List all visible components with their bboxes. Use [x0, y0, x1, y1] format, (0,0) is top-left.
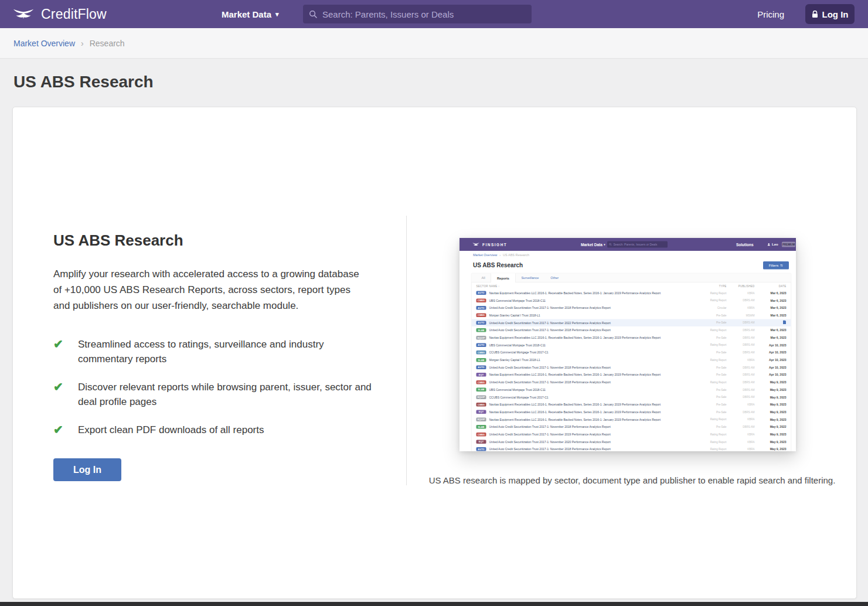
sector-badge: AUTO — [476, 291, 486, 295]
preview-page-title: US ABS Research — [473, 262, 523, 269]
report-name: United Auto Credit Securitization Trust … — [489, 306, 694, 309]
breadcrumb-current: Research — [90, 39, 125, 48]
preview-top-bar: FINSIGHT Market Data ▾ Search: Parents, … — [459, 238, 796, 251]
report-name: United Auto Credit Securitization Trust … — [489, 380, 694, 384]
report-type: Rating Report — [694, 329, 727, 332]
preview-tab: Surveillance — [515, 274, 544, 282]
document-icon — [783, 321, 787, 325]
nav-market-data[interactable]: Market Data ▾ — [222, 0, 279, 28]
report-name: Navitas Equipment Receivables LLC 2016-1… — [489, 336, 694, 339]
report-publisher: DBRS AM — [727, 299, 755, 302]
feature-text: Discover relevant reports while browsing… — [78, 380, 373, 409]
report-row: EQUIP Navitas Equipment Receivables LLC … — [472, 416, 791, 423]
report-date: Mar 6, 2023 — [755, 306, 787, 309]
page-title: US ABS Research — [13, 73, 154, 91]
pricing-link[interactable]: Pricing — [757, 0, 784, 28]
report-row: EQUIP CCUBS Commercial Mortgage Trust 20… — [472, 393, 791, 401]
preview-tabs: AllReportsSurveillanceOther — [472, 274, 791, 283]
report-type: Pre-Sale — [694, 351, 727, 354]
preview-tab: Other — [544, 274, 564, 282]
report-name: CCUBS Commercial Mortgage Trust 2017-C1 — [489, 351, 694, 355]
report-type: Rating Report — [694, 433, 727, 436]
screenshot-caption: US ABS research is mapped by sector, doc… — [407, 475, 857, 485]
report-publisher: DBRS AM — [727, 425, 755, 428]
report-type: Pre-Sale — [694, 366, 727, 369]
report-row: EQT Navitas Equipment Receivables LLC 20… — [472, 371, 791, 379]
report-type: Rating Report — [694, 299, 727, 302]
report-publisher: DBRS AM — [727, 343, 755, 346]
report-row: CMBS Navitas Equipment Receivables LLC 2… — [472, 401, 791, 408]
sector-badge: EQUIP — [476, 336, 486, 340]
sort-arrow-icon: ↑ — [498, 284, 500, 287]
report-date: May 9, 2023 — [755, 388, 787, 391]
report-publisher: KBRA — [727, 359, 755, 362]
report-publisher: KBRA — [727, 291, 755, 294]
brand-name: CreditFlow — [41, 6, 107, 22]
sector-badge: SLAB — [476, 328, 486, 332]
report-publisher: DBRS AM — [727, 381, 755, 384]
sector-badge: AUTO — [476, 343, 486, 347]
report-row: SLAB United Auto Credit Securitization T… — [472, 326, 791, 334]
login-button-cta[interactable]: Log In — [53, 458, 121, 481]
preview-table-header: SECTOR NAME ↑ TYPE PUBLISHED DATE — [472, 282, 791, 290]
filters-icon — [780, 264, 783, 267]
brand[interactable]: CreditFlow — [13, 0, 107, 28]
report-publisher: DBRS AM — [727, 336, 755, 339]
report-name: United Auto Credit Securitization Trust … — [489, 433, 694, 436]
report-publisher: DBRS AM — [727, 351, 755, 354]
report-row: AUTO United Auto Credit Securitization T… — [472, 363, 791, 371]
search-input[interactable]: Search: Parents, Issuers or Deals — [303, 5, 532, 23]
report-date: Apr 10, 2023 — [755, 351, 787, 355]
feature-list: ✔ Streamlined access to ratings, surveil… — [53, 337, 373, 437]
preview-user-badge: PREMIUM — [782, 242, 795, 247]
report-publisher: KBRA — [727, 448, 755, 451]
report-date: Mar 6, 2023 — [755, 336, 787, 339]
report-type: Pre-Sale — [694, 410, 727, 413]
report-date: May 9, 2023 — [755, 440, 787, 444]
report-date: May 9, 2023 — [755, 403, 787, 407]
report-date: May 9, 2023 — [755, 396, 787, 399]
report-type: Pre-Sale — [694, 425, 727, 428]
preview-table-panel: AllReportsSurveillanceOther SECTOR NAME … — [471, 273, 791, 451]
sector-badge: CMBS — [476, 314, 486, 318]
report-type: Pre-Sale — [694, 403, 727, 406]
report-publisher: DBRS AM — [727, 329, 755, 332]
login-button-header[interactable]: Log In — [805, 4, 855, 24]
section-description: Amplify your research with accelerated a… — [53, 266, 370, 314]
report-name: United Auto Credit Securitization Trust … — [489, 321, 694, 325]
report-row: SLAB United Auto Credit Securitization T… — [472, 423, 791, 431]
report-name: UBS Commercial Mortgage Trust 2018-C11 — [489, 388, 694, 391]
feature-text: Export clean PDF downloads of all report… — [78, 423, 373, 437]
preview-search-input: Search: Parents, Issuers or Deals — [607, 241, 668, 248]
report-type: Rating Report — [694, 343, 727, 346]
report-publisher: KBRA — [727, 418, 755, 421]
report-type: Rating Report — [694, 291, 727, 294]
preview-page: FINSIGHT Market Data ▾ Search: Parents, … — [459, 238, 796, 451]
report-type: Pre-Sale — [694, 314, 727, 316]
report-row: EQT United Auto Credit Securitization Tr… — [472, 438, 791, 445]
report-date: Mar 6, 2023 — [755, 329, 787, 332]
report-publisher: DBRS AM — [727, 373, 755, 376]
feature-text: Streamlined access to ratings, surveilla… — [78, 337, 373, 366]
breadcrumb-market-overview[interactable]: Market Overview — [13, 39, 75, 48]
report-publisher: DBRS AM — [727, 321, 755, 324]
feature-item: ✔ Streamlined access to ratings, surveil… — [53, 337, 373, 366]
report-publisher: KBRA — [727, 433, 755, 436]
report-row: AUTO United Auto Credit Securitization T… — [472, 319, 791, 326]
report-publisher: KBRA — [727, 403, 755, 406]
section-heading: US ABS Research — [53, 231, 373, 250]
preview-breadcrumb: Market Overview › US ABS Research — [459, 251, 796, 258]
search-icon — [309, 10, 318, 19]
report-name: UBS Commercial Mortgage Trust 2018-C11 — [489, 343, 694, 347]
report-date: Mar 6, 2023 — [755, 299, 787, 302]
report-name: Morgan Stanley Capital I Trust 2018-L1 — [489, 358, 694, 362]
preview-nav-market-data: Market Data ▾ — [581, 238, 605, 251]
breadcrumb-separator: › — [81, 39, 84, 48]
report-type: Rating Report — [694, 381, 727, 384]
report-row: AUTO United Auto Credit Securitization T… — [472, 304, 791, 312]
top-navigation-bar: CreditFlow Market Data ▾ Search: Parents… — [0, 0, 868, 28]
search-placeholder: Search: Parents, Issuers or Deals — [322, 9, 454, 19]
report-type: Pre-Sale — [694, 388, 727, 391]
report-name: Navitas Equipment Receivables LLC 2016-1… — [489, 403, 694, 407]
report-row: CMBS Morgan Stanley Capital I Trust 2018… — [472, 312, 791, 319]
